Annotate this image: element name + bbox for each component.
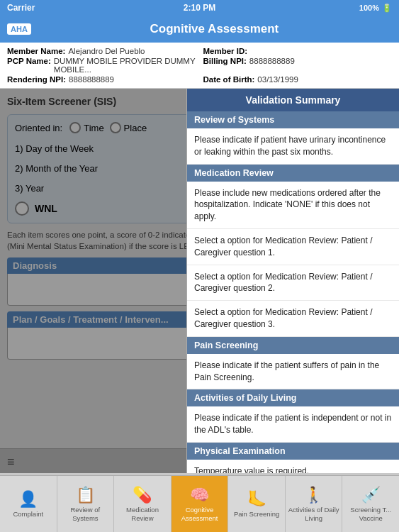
screening-vaccine-icon: 💉: [361, 486, 381, 504]
pain-screening-icon: 🦶: [247, 490, 266, 509]
tab-screening-vaccine[interactable]: 💉 Screening T... Vaccine: [342, 476, 399, 532]
review-systems-icon: 📋: [76, 486, 95, 504]
tab-complaint-label: Complaint: [13, 510, 43, 518]
billing-npi-row: Billing NPI: 8888888889: [203, 57, 393, 74]
member-name-value: Alejandro Del Pueblo: [68, 47, 145, 55]
carrier-label: Carrier: [7, 3, 35, 13]
tab-bar: 👤 Complaint 📋 Review of Systems 💊 Medica…: [0, 475, 399, 532]
pcp-name-row: PCP Name: DUMMY MOBILE PROVIDER DUMMY MO…: [7, 57, 196, 74]
battery-label: 100% 🔋: [359, 4, 392, 13]
validation-body[interactable]: Review of Systems Please indicate if pat…: [187, 111, 399, 473]
complaint-icon: 👤: [18, 490, 38, 509]
member-name-row: Member Name: Alejandro Del Pueblo: [7, 47, 196, 55]
member-name-label: Member Name:: [7, 47, 65, 55]
tab-review-systems[interactable]: 📋 Review of Systems: [57, 476, 115, 532]
patient-info: Member Name: Alejandro Del Pueblo Member…: [0, 43, 399, 89]
dob-row: Date of Birth: 03/13/1999: [203, 75, 393, 84]
medication-review-icon: 💊: [133, 486, 152, 504]
vs-section-1-header: Medication Review: [187, 165, 399, 182]
member-id-row: Member ID:: [203, 47, 393, 55]
tab-adl-label: Activities of Daily Living: [287, 506, 341, 522]
app-header: AHA Cognitive Assessment: [0, 16, 399, 43]
vs-item-3-0: Please indicate if the patient is indepe…: [187, 406, 399, 443]
member-id-label: Member ID:: [203, 47, 248, 55]
page-title: Cognitive Assessment: [37, 22, 392, 36]
billing-npi-value: 8888888889: [249, 57, 295, 74]
dob-label: Date of Birth:: [203, 75, 255, 84]
pcp-value: DUMMY MOBILE PROVIDER DUMMY MOBILE...: [54, 57, 196, 74]
tab-complaint[interactable]: 👤 Complaint: [0, 476, 57, 532]
tab-medication-review[interactable]: 💊 Medication Review: [114, 476, 172, 532]
tab-cognitive-assessment-label: Cognitive Assessment: [173, 506, 227, 522]
vs-item-2-0: Please indicate if the patient suffers o…: [187, 354, 399, 390]
vs-item-0-0: Please indicate if patient have urinary …: [187, 128, 399, 165]
vs-section-0-header: Review of Systems: [187, 111, 399, 128]
cognitive-assessment-icon: 🧠: [190, 486, 209, 504]
vs-item-1-0: Please include new medications ordered a…: [187, 182, 399, 229]
rendering-npi-value: 8888888889: [69, 75, 114, 84]
vs-section-3-header: Activities of Daily Living: [187, 389, 399, 406]
vs-item-4-0: Temperature value is required.: [187, 460, 399, 473]
billing-npi-label: Billing NPI:: [203, 57, 247, 74]
main-content: Six-Item Screener (SIS) Oriented in: Tim…: [0, 89, 399, 473]
time-label: 2:10 PM: [184, 3, 215, 13]
vs-section-2-header: Pain Screening: [187, 337, 399, 354]
vs-section-4-header: Physical Examination: [187, 443, 399, 460]
rendering-npi-label: Rendering NPI:: [7, 75, 66, 84]
adl-icon: 🚶: [304, 486, 323, 504]
validation-panel-header: Validation Summary: [187, 89, 399, 111]
aha-badge[interactable]: AHA: [7, 23, 31, 35]
pcp-label: PCP Name:: [7, 57, 51, 74]
status-bar: Carrier 2:10 PM 100% 🔋: [0, 0, 399, 16]
tab-medication-review-label: Medication Review: [116, 506, 169, 522]
vs-item-1-2: Select a option for Medication Review: P…: [187, 265, 399, 301]
vs-item-1-3: Select a option for Medication Review: P…: [187, 301, 399, 337]
dob-value: 03/13/1999: [257, 75, 298, 84]
tab-cognitive-assessment[interactable]: 🧠 Cognitive Assessment: [172, 476, 229, 532]
tab-pain-screening[interactable]: 🦶 Pain Screening: [228, 476, 286, 532]
tab-adl[interactable]: 🚶 Activities of Daily Living: [286, 476, 343, 532]
tab-screening-vaccine-label: Screening T... Vaccine: [344, 506, 398, 522]
tab-pain-screening-label: Pain Screening: [234, 510, 279, 518]
tab-review-systems-label: Review of Systems: [59, 506, 113, 522]
rendering-npi-row: Rendering NPI: 8888888889: [7, 75, 196, 84]
validation-panel: Validation Summary Review of Systems Ple…: [186, 89, 399, 473]
vs-item-1-1: Select a option for Medication Review: P…: [187, 229, 399, 265]
